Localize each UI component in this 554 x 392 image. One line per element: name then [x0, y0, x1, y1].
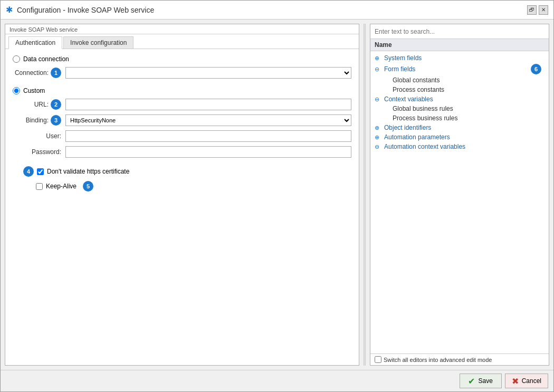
tab-content-authentication: Data connection Connection: 1 [5, 49, 359, 365]
tree-item-process-business-rules[interactable]: Process business rules [370, 113, 549, 123]
group-label: Invoke SOAP Web service [5, 24, 359, 34]
search-input[interactable] [370, 24, 549, 39]
user-input[interactable] [65, 130, 351, 142]
tabs-bar: Authentication Invoke configuration [5, 34, 359, 49]
user-label: User: [23, 132, 65, 140]
connection-field-row: Connection: 1 [23, 67, 351, 79]
binding-badge: 3 [51, 115, 61, 126]
expand-icon-automation-context-variables: ⊖ [375, 144, 382, 150]
data-connection-radio-label[interactable]: Data connection [13, 55, 351, 63]
save-button[interactable]: ✔ Save [460, 374, 502, 388]
divider [364, 24, 366, 366]
title-bar: ✱ Configuration - Invoke SOAP Web servic… [1, 1, 553, 20]
cancel-label: Cancel [522, 377, 541, 385]
tab-invoke-configuration[interactable]: Invoke configuration [63, 36, 133, 49]
expand-icon-context-variables: ⊖ [375, 96, 382, 103]
tree-label-object-identifiers: Object identifiers [384, 124, 431, 131]
data-connection-text: Data connection [23, 55, 69, 63]
tree-label-context-variables: Context variables [384, 95, 433, 103]
tree-label-global-business-rules: Global business rules [393, 105, 453, 112]
left-panel: Invoke SOAP Web service Authentication I… [5, 24, 359, 366]
main-content: Invoke SOAP Web service Authentication I… [1, 20, 553, 370]
custom-text: Custom [23, 87, 45, 94]
advanced-edit-label[interactable]: Switch all editors into advanced edit mo… [375, 356, 492, 363]
advanced-edit-bar: Switch all editors into advanced edit mo… [370, 353, 549, 365]
dont-validate-row: 4 Don't validate https certificate [23, 166, 351, 177]
custom-option: Custom URL: 2 Binding: 3 [13, 87, 351, 162]
binding-select[interactable]: HttpSecurityNone BasicHttpBinding WSHttp… [65, 114, 351, 126]
form-fields-badge: 6 [531, 64, 541, 74]
main-window: ✱ Configuration - Invoke SOAP Web servic… [0, 0, 554, 392]
app-icon: ✱ [6, 5, 13, 15]
binding-field-row: Binding: 3 HttpSecurityNone BasicHttpBin… [23, 114, 351, 126]
tree-item-system-fields[interactable]: ⊕ System fields [370, 53, 549, 63]
advanced-edit-checkbox[interactable] [375, 356, 381, 363]
cancel-button[interactable]: ✖ Cancel [505, 374, 548, 388]
data-connection-radio[interactable] [13, 55, 20, 63]
dont-validate-checkbox[interactable] [37, 168, 44, 175]
tree-item-form-fields[interactable]: ⊖ Form fields 6 [370, 63, 549, 75]
tree-item-object-identifiers[interactable]: ⊕ Object identifiers [370, 123, 549, 132]
save-icon: ✔ [468, 376, 475, 386]
tree-item-global-business-rules[interactable]: Global business rules [370, 104, 549, 113]
keep-alive-row: Keep-Alive 5 [23, 181, 351, 192]
tree-label-form-fields: Form fields [384, 65, 415, 73]
restore-button[interactable]: 🗗 [527, 5, 537, 15]
advanced-edit-text: Switch all editors into advanced edit mo… [384, 357, 492, 363]
tree-label-automation-context-variables: Automation context variables [384, 143, 465, 150]
expand-icon-form-fields: ⊖ [375, 66, 382, 73]
dont-validate-label[interactable]: Don't validate https certificate [47, 168, 129, 175]
keep-alive-label[interactable]: Keep-Alive [46, 183, 77, 190]
data-connection-option: Data connection Connection: 1 [13, 55, 351, 83]
keep-alive-badge: 5 [83, 181, 93, 192]
save-label: Save [478, 377, 492, 385]
url-label: URL: 2 [23, 99, 65, 110]
form-fields-left: ⊖ Form fields [375, 65, 415, 73]
binding-label: Binding: 3 [23, 115, 65, 126]
dont-validate-badge: 4 [23, 166, 34, 177]
title-controls: 🗗 ✕ [527, 5, 548, 15]
connection-label: Connection: 1 [23, 68, 65, 78]
url-field-row: URL: 2 [23, 99, 351, 110]
tree-header: Name [370, 39, 549, 51]
tree-label-automation-parameters: Automation parameters [384, 133, 450, 141]
password-field-row: Password: [23, 146, 351, 158]
title-bar-left: ✱ Configuration - Invoke SOAP Web servic… [6, 5, 154, 15]
close-button[interactable]: ✕ [539, 5, 548, 15]
keep-alive-checkbox[interactable] [36, 183, 43, 190]
connection-input-row [65, 67, 351, 79]
custom-radio-label[interactable]: Custom [13, 87, 351, 94]
tree-label-process-business-rules: Process business rules [393, 114, 457, 122]
user-field-row: User: [23, 130, 351, 142]
tree-label-process-constants: Process constants [393, 86, 444, 93]
tree-item-automation-context-variables[interactable]: ⊖ Automation context variables [370, 142, 549, 151]
expand-icon-automation-parameters: ⊕ [375, 134, 382, 141]
tree-label-global-constants: Global constants [393, 77, 440, 84]
tree-label-system-fields: System fields [384, 54, 422, 62]
password-input[interactable] [65, 146, 351, 158]
tree-item-process-constants[interactable]: Process constants [370, 85, 549, 94]
password-label: Password: [23, 148, 65, 156]
tree-item-automation-parameters[interactable]: ⊕ Automation parameters [370, 132, 549, 142]
url-badge: 2 [51, 99, 61, 110]
expand-icon-system-fields: ⊕ [375, 55, 382, 62]
custom-radio[interactable] [13, 87, 20, 94]
window-title: Configuration - Invoke SOAP Web service [17, 6, 154, 14]
tab-authentication[interactable]: Authentication [8, 36, 62, 49]
connection-badge: 1 [51, 68, 61, 78]
url-input[interactable] [65, 99, 351, 110]
right-panel: Name ⊕ System fields ⊖ Form fields 6 [370, 24, 549, 366]
connection-select[interactable] [65, 67, 351, 79]
footer: ✔ Save ✖ Cancel [1, 370, 553, 391]
expand-icon-object-identifiers: ⊕ [375, 125, 382, 131]
tree-content: ⊕ System fields ⊖ Form fields 6 Global c… [370, 51, 549, 353]
tree-item-global-constants[interactable]: Global constants [370, 75, 549, 85]
cancel-icon: ✖ [512, 376, 519, 386]
tree-item-context-variables[interactable]: ⊖ Context variables [370, 94, 549, 104]
